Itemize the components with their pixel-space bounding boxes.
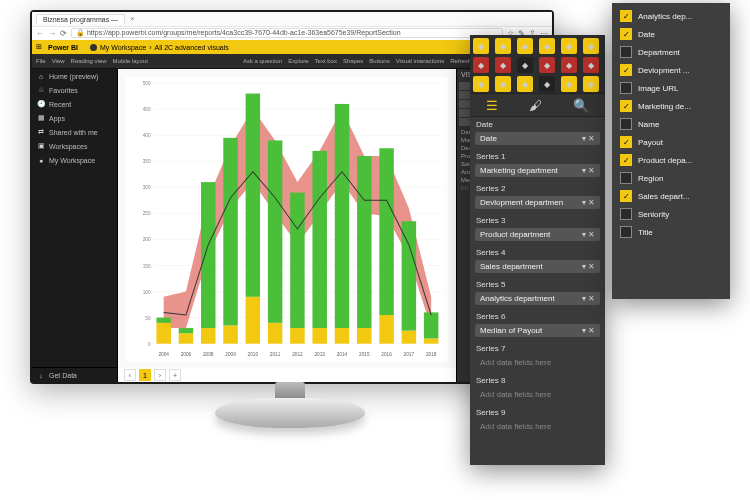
- viz-gallery-icon[interactable]: ◆: [539, 38, 555, 54]
- field-list-item[interactable]: ✓Date: [612, 25, 730, 43]
- chevron-down-icon[interactable]: ▾ ✕: [582, 166, 595, 175]
- field-well-value[interactable]: Date▾ ✕: [475, 132, 600, 145]
- field-label: Region: [638, 174, 663, 183]
- chevron-down-icon[interactable]: ▾ ✕: [582, 294, 595, 303]
- back-icon[interactable]: ←: [36, 29, 44, 38]
- viz-gallery-icon[interactable]: ◆: [517, 38, 533, 54]
- viz-gallery-icon[interactable]: ◆: [539, 76, 555, 92]
- checkbox-icon[interactable]: [620, 46, 632, 58]
- fields-tab-icon[interactable]: ☰: [486, 98, 498, 113]
- checkbox-icon[interactable]: [620, 172, 632, 184]
- viz-gallery-icon[interactable]: ◆: [473, 38, 489, 54]
- textbox-button[interactable]: Text box: [315, 58, 337, 64]
- checkbox-icon[interactable]: ✓: [620, 28, 632, 40]
- forward-icon[interactable]: →: [48, 29, 56, 38]
- file-menu[interactable]: File: [36, 58, 46, 64]
- page-1-button[interactable]: 1: [139, 369, 151, 381]
- shapes-button[interactable]: Shapes: [343, 58, 363, 64]
- nav-item[interactable]: ⇄Shared with me: [32, 125, 117, 139]
- viz-gallery-icon[interactable]: ◆: [561, 76, 577, 92]
- checkbox-icon[interactable]: ✓: [620, 100, 632, 112]
- browser-tab[interactable]: Biznesa programmas —: [36, 14, 125, 24]
- analytics-tab-icon[interactable]: 🔍: [573, 98, 589, 113]
- checkbox-icon[interactable]: ✓: [620, 10, 632, 22]
- field-list-item[interactable]: ✓Analytics dep...: [612, 7, 730, 25]
- workspace-crumb[interactable]: My Workspace: [100, 44, 146, 51]
- chevron-down-icon[interactable]: ▾ ✕: [582, 198, 595, 207]
- viz-gallery-icon[interactable]: ◆: [583, 57, 599, 73]
- viz-gallery-icon[interactable]: ◆: [583, 76, 599, 92]
- field-list-item[interactable]: ✓Sales depart...: [612, 187, 730, 205]
- field-list-item[interactable]: Name: [612, 115, 730, 133]
- nav-item[interactable]: ●My Workspace: [32, 153, 117, 167]
- chevron-down-icon[interactable]: ▾ ✕: [582, 262, 595, 271]
- url-bar[interactable]: 🔒 https://app.powerbi.com/groups/me/repo…: [71, 28, 503, 38]
- chevron-down-icon[interactable]: ▾ ✕: [582, 134, 595, 143]
- checkbox-icon[interactable]: [620, 226, 632, 238]
- field-well-value[interactable]: Add data fields here: [475, 388, 600, 401]
- ask-question-button[interactable]: Ask a question: [243, 58, 282, 64]
- next-page-button[interactable]: ›: [154, 369, 166, 381]
- field-well-value[interactable]: Add data fields here: [475, 420, 600, 433]
- checkbox-icon[interactable]: ✓: [620, 136, 632, 148]
- field-well-value[interactable]: Devlopment departmen▾ ✕: [475, 196, 600, 209]
- field-list-item[interactable]: Region: [612, 169, 730, 187]
- field-list-item[interactable]: Title: [612, 223, 730, 241]
- reading-view-button[interactable]: Reading view: [71, 58, 107, 64]
- nav-item[interactable]: ☆Favorites: [32, 83, 117, 97]
- visual-interactions-button[interactable]: Visual interactions: [396, 58, 445, 64]
- add-page-button[interactable]: +: [169, 369, 181, 381]
- field-list-item[interactable]: Department: [612, 43, 730, 61]
- nav-item[interactable]: 🕘Recent: [32, 97, 117, 111]
- field-list-item[interactable]: ✓Devlopment ...: [612, 61, 730, 79]
- report-canvas[interactable]: 0501001502002503003504004505002004200620…: [118, 69, 456, 382]
- field-list-item[interactable]: Seniority: [612, 205, 730, 223]
- prev-page-button[interactable]: ‹: [124, 369, 136, 381]
- viz-gallery-icon[interactable]: ◆: [495, 57, 511, 73]
- refresh-icon[interactable]: ⟳: [60, 29, 67, 38]
- combo-chart-visual[interactable]: 0501001502002503003504004505002004200620…: [126, 77, 448, 362]
- field-list-item[interactable]: ✓Marketing de...: [612, 97, 730, 115]
- view-menu[interactable]: View: [52, 58, 65, 64]
- viz-gallery-icon[interactable]: ◆: [473, 57, 489, 73]
- nav-item[interactable]: ▦Apps: [32, 111, 117, 125]
- nav-item[interactable]: ▣Workspaces: [32, 139, 117, 153]
- viz-gallery-icon[interactable]: ◆: [495, 38, 511, 54]
- mobile-layout-button[interactable]: Mobile layout: [113, 58, 148, 64]
- viz-gallery-icon[interactable]: ◆: [517, 76, 533, 92]
- refresh-button[interactable]: Refresh: [450, 58, 471, 64]
- chevron-down-icon[interactable]: ▾ ✕: [582, 230, 595, 239]
- svg-rect-46: [335, 328, 349, 344]
- chevron-down-icon[interactable]: ▾ ✕: [582, 326, 595, 335]
- checkbox-icon[interactable]: ✓: [620, 64, 632, 76]
- explore-button[interactable]: Explore: [288, 58, 308, 64]
- viz-gallery-icon[interactable]: ◆: [561, 57, 577, 73]
- field-well-value[interactable]: Median of Payout▾ ✕: [475, 324, 600, 337]
- field-well-value[interactable]: Sales department▾ ✕: [475, 260, 600, 273]
- field-list-item[interactable]: ✓Product depa...: [612, 151, 730, 169]
- field-well-value[interactable]: Analytics department▾ ✕: [475, 292, 600, 305]
- checkbox-icon[interactable]: ✓: [620, 154, 632, 166]
- field-well-value[interactable]: Add data fields here: [475, 356, 600, 369]
- field-well-value[interactable]: Marketing department▾ ✕: [475, 164, 600, 177]
- field-list-item[interactable]: Image URL: [612, 79, 730, 97]
- buttons-button[interactable]: Buttons: [369, 58, 389, 64]
- viz-gallery-icon[interactable]: ◆: [583, 38, 599, 54]
- checkbox-icon[interactable]: [620, 208, 632, 220]
- waffle-icon[interactable]: ⊞: [36, 43, 42, 51]
- get-data-button[interactable]: ↓Get Data: [32, 367, 117, 382]
- report-crumb[interactable]: All 2C advanced visuals: [154, 44, 228, 51]
- viz-gallery-icon[interactable]: ◆: [517, 57, 533, 73]
- checkbox-icon[interactable]: ✓: [620, 190, 632, 202]
- nav-item[interactable]: ⌂Home (preview): [32, 69, 117, 83]
- field-well-value[interactable]: Product department▾ ✕: [475, 228, 600, 241]
- tab-close-icon[interactable]: ×: [127, 14, 138, 23]
- checkbox-icon[interactable]: [620, 118, 632, 130]
- checkbox-icon[interactable]: [620, 82, 632, 94]
- viz-gallery-icon[interactable]: ◆: [539, 57, 555, 73]
- viz-gallery-icon[interactable]: ◆: [495, 76, 511, 92]
- field-list-item[interactable]: ✓Payout: [612, 133, 730, 151]
- format-tab-icon[interactable]: 🖌: [529, 98, 542, 113]
- viz-gallery-icon[interactable]: ◆: [561, 38, 577, 54]
- viz-gallery-icon[interactable]: ◆: [473, 76, 489, 92]
